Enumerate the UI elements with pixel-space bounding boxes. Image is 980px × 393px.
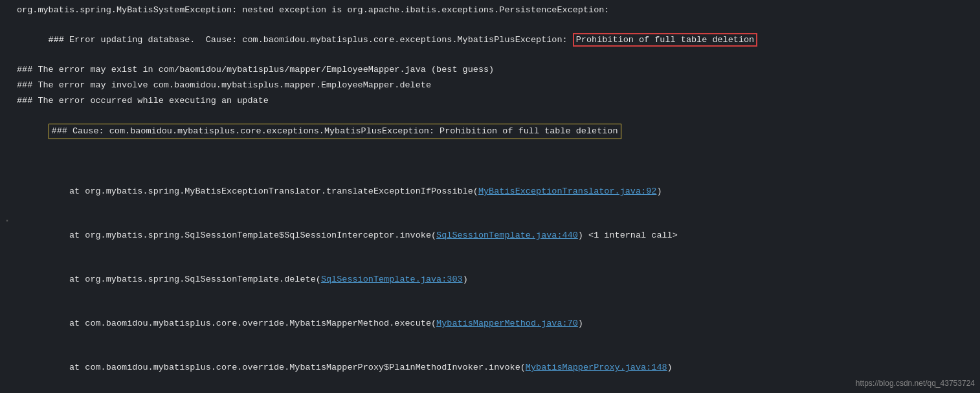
line-10: at org.mybatis.spring.SqlSessionTemplate… <box>0 258 980 302</box>
line-12: at com.baomidou.mybatisplus.core.overrid… <box>0 346 980 390</box>
content-4: ### The error may involve com.baomidou.m… <box>17 78 975 93</box>
stack-text-10: at org.mybatis.spring.SqlSessionTemplate… <box>49 275 321 284</box>
line-9: ▪ at org.mybatis.spring.SqlSessionTempla… <box>0 214 980 258</box>
stack-suffix-8: ) <box>656 186 662 196</box>
stack-suffix-9: ) <1 internal call> <box>578 230 678 240</box>
line-7 <box>0 154 980 170</box>
stack-text-11: at com.baomidou.mybatisplus.core.overrid… <box>49 319 437 328</box>
line-2: ### Error updating database. Cause: com.… <box>0 18 980 62</box>
gutter-9: ▪ <box>5 214 14 229</box>
line-3: ### The error may exist in com/baomidou/… <box>0 62 980 78</box>
content-2: ### Error updating database. Cause: com.… <box>17 19 975 62</box>
stack-text-9: at org.mybatis.spring.SqlSessionTemplate… <box>49 230 437 240</box>
cause-box: ### Cause: com.baomidou.mybatisplus.core… <box>49 124 621 139</box>
error-update-text: ### Error updating database. Cause: com.… <box>49 35 573 45</box>
watermark: https://blog.csdn.net/qq_43753724 <box>856 379 975 388</box>
content-7 <box>17 155 975 169</box>
line-6: ### Cause: com.baomidou.mybatisplus.core… <box>0 109 980 154</box>
line-13: ▪ at com.baomidou.mybatisplus.core.overr… <box>0 390 980 393</box>
console-output: org.mybatis.spring.MyBatisSystemExceptio… <box>0 0 980 393</box>
content-9: at org.mybatis.spring.SqlSessionTemplate… <box>17 214 975 257</box>
stack-text-8: at org.mybatis.spring.MyBatisExceptionTr… <box>49 186 478 196</box>
stack-link-11[interactable]: MybatisMapperMethod.java:70 <box>436 319 578 328</box>
content-3: ### The error may exist in com/baomidou/… <box>17 63 975 77</box>
line-5: ### The error occurred while executing a… <box>0 93 980 109</box>
line-11: at com.baomidou.mybatisplus.core.overrid… <box>0 302 980 346</box>
stack-suffix-12: ) <box>667 363 673 372</box>
content-8: at org.mybatis.spring.MyBatisExceptionTr… <box>17 170 975 213</box>
stack-link-9[interactable]: SqlSessionTemplate.java:440 <box>436 230 578 240</box>
line-4: ### The error may involve com.baomidou.m… <box>0 78 980 93</box>
content-1: org.mybatis.spring.MyBatisSystemExceptio… <box>17 3 975 17</box>
stack-link-10[interactable]: SqlSessionTemplate.java:303 <box>321 275 463 284</box>
content-12: at com.baomidou.mybatisplus.core.overrid… <box>17 346 975 389</box>
content-5: ### The error occurred while executing a… <box>17 94 975 108</box>
content-6: ### Cause: com.baomidou.mybatisplus.core… <box>17 109 975 153</box>
stack-link-8[interactable]: MyBatisExceptionTranslator.java:92 <box>478 186 656 196</box>
gutter-13: ▪ <box>5 390 14 393</box>
content-11: at com.baomidou.mybatisplus.core.overrid… <box>17 302 975 345</box>
line-8: at org.mybatis.spring.MyBatisExceptionTr… <box>0 170 980 214</box>
content-10: at org.mybatis.spring.SqlSessionTemplate… <box>17 258 975 301</box>
content-13: at com.baomidou.mybatisplus.core.overrid… <box>17 390 975 393</box>
stack-link-12[interactable]: MybatisMapperProxy.java:148 <box>526 363 667 372</box>
stack-suffix-11: ) <box>578 319 583 328</box>
stack-suffix-10: ) <box>463 275 468 284</box>
prohibition-highlight: Prohibition of full table deletion <box>573 33 757 47</box>
line-1: org.mybatis.spring.MyBatisSystemExceptio… <box>0 3 980 18</box>
stack-text-12: at com.baomidou.mybatisplus.core.overrid… <box>49 363 526 372</box>
